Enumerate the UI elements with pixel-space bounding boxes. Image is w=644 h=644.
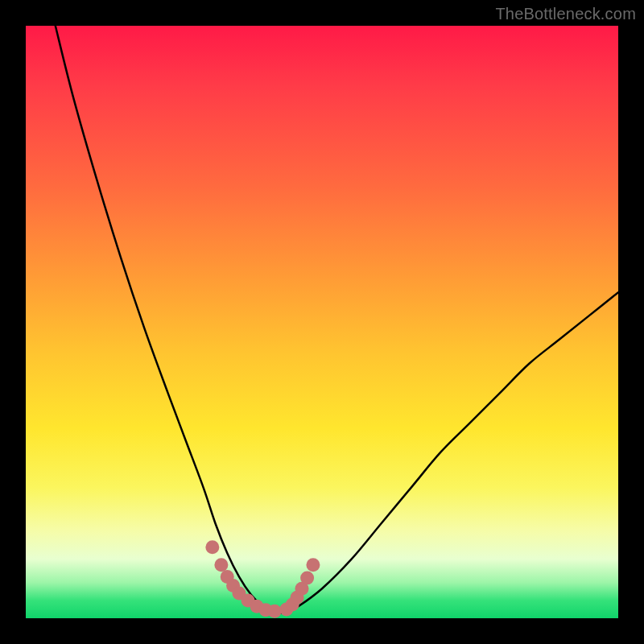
highlight-dot: [205, 540, 219, 554]
chart-frame: TheBottleneck.com: [0, 0, 644, 644]
highlight-dot: [300, 571, 314, 584]
highlight-dot: [214, 558, 228, 572]
highlight-dot: [306, 558, 320, 572]
highlight-markers: [205, 540, 320, 617]
curve-path: [56, 26, 618, 613]
chart-svg: [26, 26, 618, 618]
highlight-dot: [268, 605, 282, 618]
watermark-text: TheBottleneck.com: [495, 5, 636, 23]
bottleneck-curve: [56, 26, 618, 613]
chart-plot-area: [26, 26, 618, 618]
